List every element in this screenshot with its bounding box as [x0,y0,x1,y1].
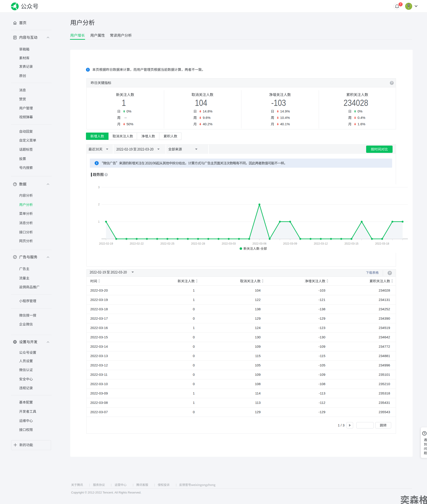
svg-text:2022-03-03: 2022-03-03 [222,242,236,245]
svg-text:2022-02-22: 2022-02-22 [130,242,144,245]
svg-text:2022-03-09: 2022-03-09 [283,242,297,245]
svg-text:2022-03-15: 2022-03-15 [344,242,358,245]
svg-text:3: 3 [98,186,100,189]
svg-text:2022-02-19: 2022-02-19 [99,242,113,245]
svg-text:2022-02-25: 2022-02-25 [160,242,175,245]
svg-text:2: 2 [98,203,100,206]
svg-text:2022-03-06: 2022-03-06 [252,242,267,245]
svg-text:2022-03-12: 2022-03-12 [314,242,328,245]
svg-text:2022-03-18: 2022-03-18 [375,242,389,245]
svg-text:1: 1 [98,220,100,223]
svg-text:2022-02-28: 2022-02-28 [191,242,205,245]
